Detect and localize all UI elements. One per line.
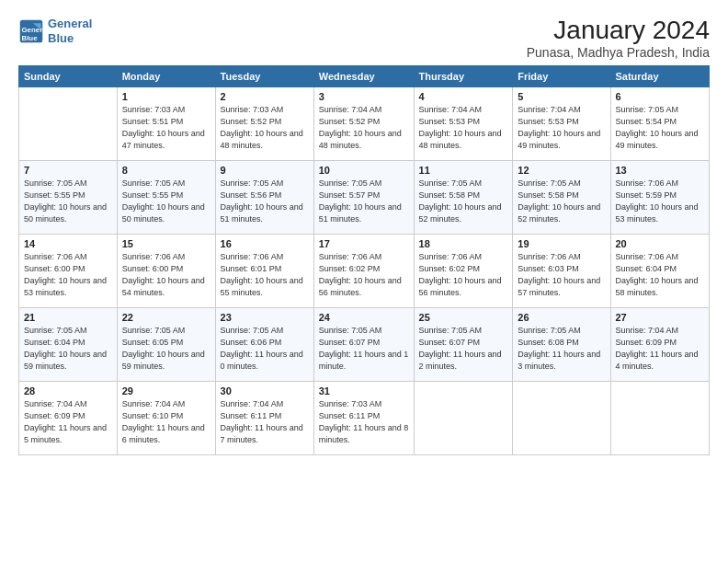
day-number: 30 bbox=[221, 385, 309, 396]
day-number: 20 bbox=[616, 238, 705, 249]
title-block: January 2024 Punasa, Madhya Pradesh, Ind… bbox=[527, 17, 710, 60]
logo: General Blue General Blue bbox=[18, 17, 92, 45]
logo-icon: General Blue bbox=[18, 18, 44, 44]
main-title: January 2024 bbox=[527, 17, 710, 45]
day-number: 25 bbox=[419, 312, 508, 323]
header: General Blue General Blue January 2024 P… bbox=[18, 17, 710, 60]
day-info: Sunrise: 7:04 AMSunset: 6:10 PMDaylight:… bbox=[122, 398, 210, 446]
calendar-cell: 20Sunrise: 7:06 AMSunset: 6:04 PMDayligh… bbox=[610, 234, 710, 307]
day-number: 3 bbox=[319, 91, 409, 102]
calendar-header-monday: Monday bbox=[117, 65, 215, 86]
day-info: Sunrise: 7:05 AMSunset: 6:05 PMDaylight:… bbox=[122, 325, 210, 373]
calendar-cell: 21Sunrise: 7:05 AMSunset: 6:04 PMDayligh… bbox=[19, 307, 118, 381]
calendar-cell: 15Sunrise: 7:06 AMSunset: 6:00 PMDayligh… bbox=[117, 234, 215, 307]
day-info: Sunrise: 7:05 AMSunset: 6:06 PMDaylight:… bbox=[221, 325, 309, 373]
day-info: Sunrise: 7:03 AMSunset: 5:51 PMDaylight:… bbox=[122, 104, 210, 152]
calendar-header-sunday: Sunday bbox=[19, 65, 118, 86]
day-number: 23 bbox=[221, 312, 309, 323]
day-info: Sunrise: 7:06 AMSunset: 6:02 PMDaylight:… bbox=[319, 251, 409, 299]
calendar-cell: 10Sunrise: 7:05 AMSunset: 5:57 PMDayligh… bbox=[313, 160, 414, 234]
calendar-cell bbox=[610, 381, 710, 454]
day-info: Sunrise: 7:06 AMSunset: 6:00 PMDaylight:… bbox=[122, 251, 210, 299]
calendar-cell: 29Sunrise: 7:04 AMSunset: 6:10 PMDayligh… bbox=[117, 381, 215, 454]
calendar-cell: 16Sunrise: 7:06 AMSunset: 6:01 PMDayligh… bbox=[215, 234, 313, 307]
day-number: 17 bbox=[319, 238, 409, 249]
day-number: 18 bbox=[419, 238, 508, 249]
calendar-cell: 8Sunrise: 7:05 AMSunset: 5:55 PMDaylight… bbox=[117, 160, 215, 234]
day-number: 13 bbox=[616, 165, 705, 176]
day-number: 10 bbox=[319, 165, 409, 176]
day-info: Sunrise: 7:06 AMSunset: 6:03 PMDaylight:… bbox=[518, 251, 605, 299]
day-number: 21 bbox=[24, 312, 112, 323]
calendar-header-saturday: Saturday bbox=[610, 65, 710, 86]
day-info: Sunrise: 7:05 AMSunset: 6:04 PMDaylight:… bbox=[24, 325, 112, 373]
calendar-week-3: 14Sunrise: 7:06 AMSunset: 6:00 PMDayligh… bbox=[19, 234, 710, 307]
calendar-cell: 13Sunrise: 7:06 AMSunset: 5:59 PMDayligh… bbox=[610, 160, 710, 234]
day-info: Sunrise: 7:03 AMSunset: 6:11 PMDaylight:… bbox=[319, 398, 409, 446]
calendar-cell: 31Sunrise: 7:03 AMSunset: 6:11 PMDayligh… bbox=[313, 381, 414, 454]
day-info: Sunrise: 7:04 AMSunset: 5:52 PMDaylight:… bbox=[319, 104, 409, 152]
calendar-header-friday: Friday bbox=[513, 65, 610, 86]
calendar-cell: 28Sunrise: 7:04 AMSunset: 6:09 PMDayligh… bbox=[19, 381, 118, 454]
calendar-cell bbox=[19, 86, 118, 160]
calendar-cell: 25Sunrise: 7:05 AMSunset: 6:07 PMDayligh… bbox=[414, 307, 513, 381]
day-number: 27 bbox=[616, 312, 705, 323]
day-info: Sunrise: 7:05 AMSunset: 6:07 PMDaylight:… bbox=[419, 325, 508, 373]
calendar-header-tuesday: Tuesday bbox=[215, 65, 313, 86]
calendar-week-2: 7Sunrise: 7:05 AMSunset: 5:55 PMDaylight… bbox=[19, 160, 710, 234]
day-info: Sunrise: 7:06 AMSunset: 6:01 PMDaylight:… bbox=[221, 251, 309, 299]
day-info: Sunrise: 7:04 AMSunset: 6:09 PMDaylight:… bbox=[24, 398, 112, 446]
day-number: 8 bbox=[122, 165, 210, 176]
calendar-header-wednesday: Wednesday bbox=[313, 65, 414, 86]
day-info: Sunrise: 7:05 AMSunset: 5:55 PMDaylight:… bbox=[24, 178, 112, 225]
day-number: 15 bbox=[122, 238, 210, 249]
day-info: Sunrise: 7:05 AMSunset: 5:57 PMDaylight:… bbox=[319, 178, 409, 225]
calendar-cell bbox=[414, 381, 513, 454]
calendar-cell: 30Sunrise: 7:04 AMSunset: 6:11 PMDayligh… bbox=[215, 381, 313, 454]
calendar-cell: 2Sunrise: 7:03 AMSunset: 5:52 PMDaylight… bbox=[215, 86, 313, 160]
day-number: 24 bbox=[319, 312, 409, 323]
day-info: Sunrise: 7:04 AMSunset: 6:09 PMDaylight:… bbox=[616, 325, 705, 373]
logo-text: General Blue bbox=[48, 17, 92, 45]
day-info: Sunrise: 7:06 AMSunset: 5:59 PMDaylight:… bbox=[616, 178, 705, 225]
svg-text:General: General bbox=[22, 25, 45, 33]
calendar-cell: 7Sunrise: 7:05 AMSunset: 5:55 PMDaylight… bbox=[19, 160, 118, 234]
day-info: Sunrise: 7:04 AMSunset: 5:53 PMDaylight:… bbox=[518, 104, 605, 152]
day-number: 11 bbox=[419, 165, 508, 176]
day-info: Sunrise: 7:06 AMSunset: 6:02 PMDaylight:… bbox=[419, 251, 508, 299]
calendar-cell: 18Sunrise: 7:06 AMSunset: 6:02 PMDayligh… bbox=[414, 234, 513, 307]
day-info: Sunrise: 7:05 AMSunset: 5:58 PMDaylight:… bbox=[419, 178, 508, 225]
svg-text:Blue: Blue bbox=[22, 33, 39, 41]
day-info: Sunrise: 7:06 AMSunset: 6:00 PMDaylight:… bbox=[24, 251, 112, 299]
calendar-header-thursday: Thursday bbox=[414, 65, 513, 86]
calendar-cell: 6Sunrise: 7:05 AMSunset: 5:54 PMDaylight… bbox=[610, 86, 710, 160]
day-number: 26 bbox=[518, 312, 605, 323]
day-info: Sunrise: 7:03 AMSunset: 5:52 PMDaylight:… bbox=[221, 104, 309, 152]
day-number: 1 bbox=[122, 91, 210, 102]
day-info: Sunrise: 7:04 AMSunset: 5:53 PMDaylight:… bbox=[419, 104, 508, 152]
day-info: Sunrise: 7:05 AMSunset: 5:58 PMDaylight:… bbox=[518, 178, 605, 225]
calendar-cell: 14Sunrise: 7:06 AMSunset: 6:00 PMDayligh… bbox=[19, 234, 118, 307]
calendar-cell: 5Sunrise: 7:04 AMSunset: 5:53 PMDaylight… bbox=[513, 86, 610, 160]
calendar-cell: 4Sunrise: 7:04 AMSunset: 5:53 PMDaylight… bbox=[414, 86, 513, 160]
calendar-cell: 24Sunrise: 7:05 AMSunset: 6:07 PMDayligh… bbox=[313, 307, 414, 381]
day-number: 14 bbox=[24, 238, 112, 249]
day-number: 2 bbox=[221, 91, 309, 102]
day-info: Sunrise: 7:05 AMSunset: 6:07 PMDaylight:… bbox=[319, 325, 409, 373]
calendar-week-1: 1Sunrise: 7:03 AMSunset: 5:51 PMDaylight… bbox=[19, 86, 710, 160]
calendar-cell: 26Sunrise: 7:05 AMSunset: 6:08 PMDayligh… bbox=[513, 307, 610, 381]
calendar-cell: 1Sunrise: 7:03 AMSunset: 5:51 PMDaylight… bbox=[117, 86, 215, 160]
calendar-cell: 23Sunrise: 7:05 AMSunset: 6:06 PMDayligh… bbox=[215, 307, 313, 381]
calendar-cell: 19Sunrise: 7:06 AMSunset: 6:03 PMDayligh… bbox=[513, 234, 610, 307]
day-number: 22 bbox=[122, 312, 210, 323]
calendar-table: SundayMondayTuesdayWednesdayThursdayFrid… bbox=[18, 65, 710, 455]
calendar-cell: 27Sunrise: 7:04 AMSunset: 6:09 PMDayligh… bbox=[610, 307, 710, 381]
calendar-cell: 22Sunrise: 7:05 AMSunset: 6:05 PMDayligh… bbox=[117, 307, 215, 381]
calendar-header-row: SundayMondayTuesdayWednesdayThursdayFrid… bbox=[19, 65, 710, 86]
day-number: 7 bbox=[24, 165, 112, 176]
calendar-week-4: 21Sunrise: 7:05 AMSunset: 6:04 PMDayligh… bbox=[19, 307, 710, 381]
day-number: 19 bbox=[518, 238, 605, 249]
calendar-cell: 11Sunrise: 7:05 AMSunset: 5:58 PMDayligh… bbox=[414, 160, 513, 234]
day-info: Sunrise: 7:04 AMSunset: 6:11 PMDaylight:… bbox=[221, 398, 309, 446]
subtitle: Punasa, Madhya Pradesh, India bbox=[527, 45, 710, 60]
